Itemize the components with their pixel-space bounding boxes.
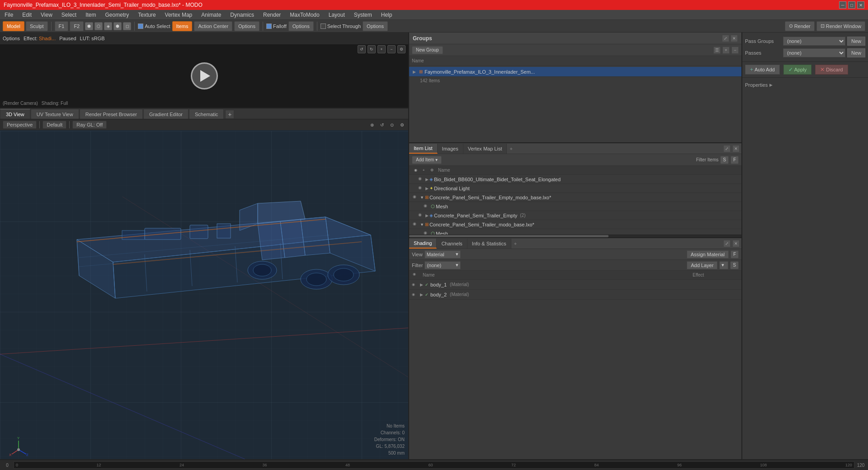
render-button[interactable]: ⊙ Render: [785, 21, 815, 31]
shading-row-0[interactable]: ◉ ▶ ✓ body_1 (Material): [409, 280, 741, 290]
menu-animate[interactable]: Animate: [199, 11, 223, 19]
tab-item-list[interactable]: Item List: [409, 144, 438, 154]
item-row-2[interactable]: ◉ ▼ ⊞ Concrete_Panel_Semi_Trailer_Empty_…: [409, 193, 741, 202]
tab-images[interactable]: Images: [438, 144, 463, 154]
shading-close[interactable]: ✕: [732, 240, 740, 247]
menu-edit[interactable]: Edit: [20, 11, 33, 19]
maximize-button[interactable]: □: [848, 1, 855, 9]
menu-texture[interactable]: Texture: [136, 11, 157, 19]
vp-icon-rotate[interactable]: ↺: [378, 121, 386, 128]
tool-icon-4[interactable]: ⬢: [113, 22, 122, 30]
menu-item[interactable]: Item: [84, 11, 98, 19]
item-panel-expand[interactable]: ⤢: [723, 145, 731, 152]
minimize-button[interactable]: ─: [839, 1, 846, 9]
shading-expand-1[interactable]: ▶: [420, 292, 423, 297]
add-shading-tab[interactable]: +: [511, 241, 519, 246]
new-group-button[interactable]: New Group: [412, 46, 443, 54]
preview-paused[interactable]: Paused: [59, 36, 76, 41]
passes-new-button[interactable]: New: [847, 48, 865, 57]
tool-icon-5[interactable]: ◻: [123, 22, 131, 30]
tab-vertex-map[interactable]: Vertex Map List: [463, 144, 507, 154]
f1-button[interactable]: F1: [55, 21, 69, 31]
add-item-button[interactable]: Add Item ▾: [412, 156, 442, 164]
item-row-4[interactable]: ◉ ▶ ◈ Concrete_Panel_Semi_Trailer_Empty …: [409, 211, 741, 220]
groups-close-icon[interactable]: ✕: [731, 35, 738, 42]
apply-button[interactable]: ✓ Apply: [783, 65, 812, 75]
passes-select[interactable]: (none): [783, 48, 845, 57]
groups-del-icon[interactable]: −: [731, 47, 739, 54]
vp-icon-zoom[interactable]: ⊙: [388, 121, 396, 128]
tab-shading[interactable]: Shading: [409, 239, 437, 249]
auto-add-button[interactable]: + Auto Add: [745, 65, 780, 75]
group-item-1[interactable]: ▶ ⊞ Faymonville_Prefamax_ILO_3_Innenlade…: [409, 67, 741, 77]
select-through-checkbox[interactable]: Select Through: [321, 24, 361, 29]
vp-icon-gear[interactable]: ⚙: [398, 121, 406, 128]
item-f-button[interactable]: F: [731, 156, 739, 164]
default-button[interactable]: Default: [42, 121, 66, 129]
model-mode-button[interactable]: Model: [3, 21, 24, 31]
shading-expand[interactable]: ⤢: [723, 240, 731, 247]
item-expand-0[interactable]: ▶: [425, 177, 429, 182]
menu-system[interactable]: System: [352, 11, 374, 19]
close-button[interactable]: ✕: [857, 1, 864, 9]
item-expand-5[interactable]: ▼: [420, 222, 424, 227]
add-item-tab[interactable]: +: [507, 146, 515, 151]
pass-groups-new-button[interactable]: New: [847, 37, 865, 46]
add-layer-button[interactable]: Add Layer: [687, 261, 717, 269]
preview-lut[interactable]: LUT: sRGB: [80, 36, 105, 41]
menu-dynamics[interactable]: Dynamics: [228, 11, 256, 19]
render-window-button[interactable]: ⊡ Render Window: [816, 21, 865, 31]
menu-render[interactable]: Render: [261, 11, 283, 19]
perspective-button[interactable]: Perspective: [3, 121, 37, 129]
item-row-1[interactable]: ◉ ▶ ✦ Directional Light: [409, 184, 741, 193]
menu-maxtomodo[interactable]: MaxToModo: [288, 11, 321, 19]
item-row-0[interactable]: ◉ ▶ ◈ Bio_Bidet_BB600_Ultimate_Bidet_Toi…: [409, 175, 741, 184]
shading-f-btn[interactable]: F: [731, 250, 739, 258]
item-scrollbar[interactable]: [409, 235, 741, 237]
add-layer-dropdown[interactable]: ▾: [719, 261, 728, 269]
add-view-tab[interactable]: +: [225, 110, 234, 119]
auto-select-checkbox[interactable]: Auto Select: [138, 24, 170, 29]
menu-geometry[interactable]: Geometry: [104, 11, 131, 19]
filter-dropdown[interactable]: (none) ▾: [425, 261, 461, 269]
item-row-3[interactable]: ◉ ⬡ Mesh: [409, 202, 741, 211]
tab-3d-view[interactable]: 3D View: [0, 109, 30, 119]
discard-button[interactable]: ✕ Discard: [815, 65, 848, 75]
menu-vertex-map[interactable]: Vertex Map: [163, 11, 194, 19]
tab-gradient-editor[interactable]: Gradient Editor: [143, 109, 189, 119]
groups-list-icon[interactable]: ☰: [713, 47, 721, 54]
options-st-button[interactable]: Options: [363, 21, 388, 31]
item-expand-1[interactable]: ▶: [425, 186, 429, 191]
tab-channels[interactable]: Channels: [437, 239, 467, 249]
item-row-6[interactable]: ◉ ⬡ Mesh: [409, 229, 741, 235]
item-row-5[interactable]: ◉ ▼ ⊞ Concrete_Panel_Semi_Trailer_modo_b…: [409, 220, 741, 229]
menu-view[interactable]: View: [39, 11, 54, 19]
item-expand-2[interactable]: ▼: [420, 195, 424, 200]
timeline-track[interactable]: 0 12 24 36 48 60 72 84 96 108 120: [14, 461, 854, 469]
item-s-button[interactable]: S: [720, 156, 729, 164]
tool-icon-1[interactable]: ⬟: [85, 22, 93, 30]
tab-schematic[interactable]: Schematic: [189, 109, 224, 119]
sculpt-mode-button[interactable]: Sculpt: [26, 21, 48, 31]
menu-select[interactable]: Select: [60, 11, 78, 19]
groups-expand-icon[interactable]: ⤢: [722, 35, 729, 42]
groups-add-icon[interactable]: +: [722, 47, 730, 54]
tab-uv-texture[interactable]: UV Texture View: [31, 109, 79, 119]
options-falloff-button[interactable]: Options: [288, 21, 314, 31]
menu-file[interactable]: File: [3, 11, 15, 19]
falloff-checkbox[interactable]: Falloff: [266, 24, 287, 29]
tool-icon-3[interactable]: ◈: [104, 22, 112, 30]
shading-expand-0[interactable]: ▶: [420, 282, 423, 287]
play-button[interactable]: [191, 62, 218, 89]
items-button[interactable]: Items: [172, 21, 193, 31]
ray-gl-button[interactable]: Ray GL: Off: [72, 121, 107, 129]
action-center-button[interactable]: Action Center: [194, 21, 232, 31]
f2-button[interactable]: F2: [70, 21, 84, 31]
tab-render-preset[interactable]: Render Preset Browser: [80, 109, 143, 119]
group-expand-icon[interactable]: ▶: [413, 70, 417, 74]
vp-icon-crosshair[interactable]: ⊕: [368, 121, 376, 128]
item-expand-4[interactable]: ▶: [425, 213, 429, 218]
options-ac-button[interactable]: Options: [234, 21, 259, 31]
properties-expand-icon[interactable]: ▶: [769, 83, 773, 87]
view-dropdown[interactable]: Material ▾: [425, 250, 461, 258]
